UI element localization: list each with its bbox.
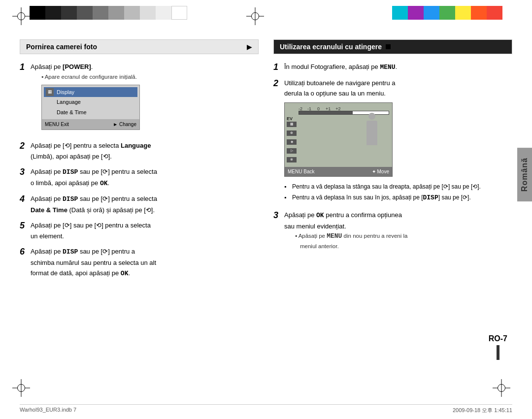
page-number: RO-7 (489, 334, 507, 343)
gs-block-3 (61, 6, 77, 20)
r-step-1-content: În modul Fotografiere, apăsați pe MENU. (284, 62, 512, 73)
step-4-line-2: Date & Time (Dată și oră) și apăsați pe … (31, 205, 259, 215)
menu-row-datetime: Date & Time (44, 107, 137, 118)
step-6-content: Apăsați pe DISP sau pe [⟳] pentru a schi… (31, 247, 259, 280)
step-3: 3 Apăsați pe DISP sau pe [⟳] pentru a se… (20, 167, 259, 189)
step-6-line-3: format de dată, apoi apăsați pe OK. (31, 268, 259, 279)
figure-head (368, 113, 375, 120)
menu-mockup: ▦ Display Language Date & Time MENU E (41, 85, 140, 130)
cb-green (439, 6, 455, 20)
step-5-content: Apăsați pe [⟳] sau pe [⟲] pentru a selec… (31, 221, 259, 242)
menu-footer-right: ► Change (113, 121, 136, 128)
figure-legs (366, 134, 377, 145)
language-sidebar-label: Română (517, 148, 532, 201)
left-section-header: Pornirea camerei foto ▶ (20, 39, 259, 54)
right-section-square (386, 44, 391, 49)
cam-icon-4: ▷ (287, 148, 297, 154)
step-5-line-2: un element. (31, 231, 259, 241)
display-icon: ▦ (46, 88, 54, 96)
screen-footer-left: MENU Back (288, 168, 314, 175)
r-step-3-line-2: sau meniul evidențiat. (284, 222, 512, 231)
r-step-3-sub-1: ▪ Apăsați pe MENU din nou pentru a reven… (295, 232, 512, 241)
step-5-line-1: Apăsați pe [⟳] sau pe [⟲] pentru a selec… (31, 221, 259, 230)
left-section-arrow: ▶ (247, 43, 252, 51)
r-step-1-num: 1 (273, 62, 284, 73)
color-bar-top (0, 0, 532, 26)
r-step-3: 3 Apăsați pe OK pentru a confirma opțiun… (273, 210, 512, 251)
gs-block-10 (171, 6, 187, 20)
crosshair-tl (12, 7, 30, 25)
screen-footer-right: ✦ Move (372, 168, 389, 175)
left-column: Pornirea camerei foto ▶ 1 Apăsați pe [PO… (20, 39, 259, 285)
right-section-header: Utilizarea ecranului cu atingere (273, 39, 512, 54)
menu-mockup-inner: ▦ Display Language Date & Time (42, 85, 139, 120)
bullet-dot-1: ▪ (284, 183, 290, 191)
menu-row-display: ▦ Display (44, 87, 137, 97)
step-1-sub: ▪ Apare ecranul de configurare inițială. (41, 73, 259, 81)
ev-bar-fill (299, 111, 353, 114)
bullet-dot-2: ▪ (284, 193, 290, 202)
r-step-3-sub-2: meniul anterior. (300, 242, 512, 250)
page-footer: Warhol93_EUR3.indb 7 2009-09-18 오후 1:45:… (20, 404, 512, 414)
r-step-3-num: 3 (273, 210, 284, 221)
cb-cyan (392, 6, 408, 20)
gs-block-2 (45, 6, 61, 20)
two-column-layout: Pornirea camerei foto ▶ 1 Apăsați pe [PO… (20, 39, 512, 285)
page-number-area: RO-7 (489, 334, 507, 360)
r-step-2: 2 Utilizați butoanele de navigare pentru… (273, 78, 512, 206)
main-content: Pornirea camerei foto ▶ 1 Apăsați pe [PO… (20, 34, 512, 399)
step-4: 4 Apăsați pe DISP sau pe [⟳] pentru a se… (20, 194, 259, 216)
gs-block-8 (140, 6, 156, 20)
r-step-2-num: 2 (273, 78, 284, 89)
cb-yellow (455, 6, 471, 20)
r-step-1: 1 În modul Fotografiere, apăsați pe MENU… (273, 62, 512, 73)
r-step-2-content: Utilizați butoanele de navigare pentru a… (284, 78, 512, 206)
cb-blue (424, 6, 439, 20)
step-2-content: Apăsați pe [⟲] pentru a selecta Language… (31, 141, 259, 162)
page-number-bar (497, 345, 499, 360)
cam-icon-2: ⊕ (287, 130, 297, 136)
cam-icon-1: ▦ (287, 122, 297, 127)
step-2-line-2: (Limbă), apoi apăsați pe [⟲]. (31, 152, 259, 161)
right-column: Utilizarea ecranului cu atingere 1 În mo… (273, 39, 512, 285)
menu-language-label: Language (57, 98, 81, 106)
step-2-line-1: Apăsați pe [⟲] pentru a selecta Language (31, 141, 259, 151)
r-step-3-content: Apăsați pe OK pentru a confirma opțiunea… (284, 210, 512, 251)
figure-silhouette (366, 113, 377, 145)
r-step-3-line-1: Apăsați pe OK pentru a confirma opțiunea (284, 210, 512, 221)
r-step-1-line-1: În modul Fotografiere, apăsați pe MENU. (284, 62, 512, 72)
menu-footer: MENU Exit ► Change (42, 119, 139, 129)
camera-screen-mockup: -2 -1 0 +1 +2 EV (284, 102, 393, 177)
cb-orange (471, 6, 487, 20)
step-6-num: 6 (20, 247, 31, 258)
right-section-title: Utilizarea ecranului cu atingere (280, 43, 382, 51)
step-2: 2 Apăsați pe [⟲] pentru a selecta Langua… (20, 141, 259, 162)
bullet-2: ▪ Pentru a vă deplasa în sus sau în jos,… (284, 193, 512, 202)
grayscale-bar (30, 6, 187, 20)
step-6: 6 Apăsați pe DISP sau pe [⟳] pentru a sc… (20, 247, 259, 280)
step-3-content: Apăsați pe DISP sau pe [⟳] pentru a sele… (31, 167, 259, 189)
step-3-line-2: o limbă, apoi apăsați pe OK. (31, 178, 259, 189)
step-3-num: 3 (20, 167, 31, 178)
step-6-line-1: Apăsați pe DISP sau pe [⟳] pentru a (31, 247, 259, 257)
step-2-num: 2 (20, 141, 31, 152)
color-bar-right (392, 6, 502, 20)
camera-screen-footer: MENU Back ✦ Move (285, 167, 392, 176)
gs-block-7 (124, 6, 140, 20)
gs-block-9 (156, 6, 171, 20)
step-5: 5 Apăsați pe [⟳] sau pe [⟲] pentru a sel… (20, 221, 259, 242)
footer-left: Warhol93_EUR3.indb 7 (20, 407, 76, 414)
r-step-2-line-2: derula la o opțiune sau la un meniu. (284, 89, 512, 98)
step-1-num: 1 (20, 62, 31, 73)
step-4-line-1: Apăsați pe DISP sau pe [⟳] pentru a sele… (31, 194, 259, 204)
bullet-1: ▪ Pentru a vă deplasa la stânga sau la d… (284, 183, 512, 191)
figure-torso (366, 121, 377, 134)
bullet-2-text: Pentru a vă deplasa în sus sau în jos, a… (292, 193, 471, 202)
camera-screen-inner: -2 -1 0 +1 +2 EV (285, 103, 392, 167)
step-3-line-1: Apăsați pe DISP sau pe [⟳] pentru a sele… (31, 167, 259, 177)
crosshair-tc (246, 7, 264, 25)
step-1: 1 Apăsați pe [POWER]. ▪ Apare ecranul de… (20, 62, 259, 136)
gs-block-5 (93, 6, 108, 20)
r-step-2-line-1: Utilizați butoanele de navigare pentru a (284, 78, 512, 88)
step-1-line-1: Apăsați pe [POWER]. (31, 62, 259, 72)
